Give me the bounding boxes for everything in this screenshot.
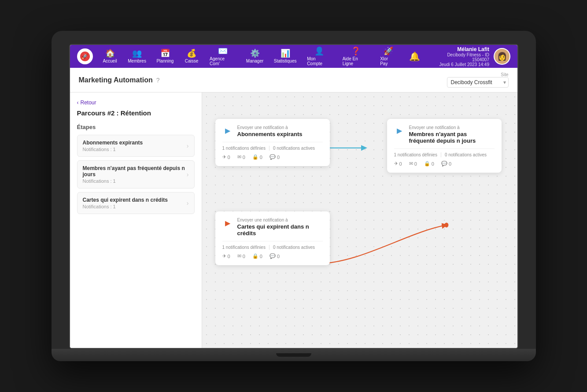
nav-label-moncompte: Mon Compte <box>307 56 332 66</box>
nav-item-xlorpay[interactable]: 🚀 Xlor Pay <box>376 44 401 69</box>
nav-label-statistiques: Statistiques <box>274 59 297 63</box>
card-title-abonnements: Abonnements expirants <box>237 131 303 137</box>
compte-icon: 👤 <box>314 47 324 55</box>
email-count-cartes: ✉ 0 <box>237 253 245 259</box>
step-title-abonnements: Abonnements expirants <box>83 140 143 146</box>
notif-active-abonnements: 0 notifications actives <box>273 146 315 151</box>
nav-item-statistiques[interactable]: 📊 Statistiques <box>270 47 301 66</box>
chat-count-cartes: 💬 0 <box>270 253 280 259</box>
chat-icon-membres: 💬 <box>441 161 447 166</box>
card-stats-row-cartes: 1 notifications définies 0 notifications… <box>222 245 323 250</box>
nav-item-caisse[interactable]: 💰 Caisse <box>180 47 203 66</box>
notif-active-cartes: 0 notifications actives <box>273 245 315 250</box>
lock-icon-membres: 🔒 <box>424 161 430 166</box>
laptop-notch <box>276 353 311 357</box>
workflow-card-membres[interactable]: ▶ Envoyer une notification à Membres n'a… <box>387 119 502 173</box>
step-item-cartes[interactable]: Cartes qui expirent dans n crédits Notif… <box>77 192 195 214</box>
lock-count-membres: 🔒 0 <box>424 161 434 166</box>
lock-icon-abonnements: 🔒 <box>252 154 258 160</box>
step-title-cartes: Cartes qui expirent dans n crédits <box>83 197 168 203</box>
card-icons-cartes: ✈ 0 ✉ 0 🔒 0 💬 0 <box>222 253 323 259</box>
back-label: Retour <box>81 100 96 106</box>
nav-label-membres: Membres <box>128 59 146 63</box>
back-arrow-icon: ‹ <box>77 100 79 106</box>
send-count-abonnements: ✈ 0 <box>222 154 230 160</box>
nav-label-xlorpay: Xlor Pay <box>380 56 396 66</box>
nav-item-accueil[interactable]: 🏠 Accueil <box>98 47 122 66</box>
page-title-area: Marketing Automation ? <box>79 76 160 84</box>
send-count-cartes: ✈ 0 <box>222 253 230 259</box>
send-icon-cartes: ✈ <box>222 253 226 259</box>
email-icon-abonnements: ✉ <box>237 154 241 160</box>
nav-label-agence: Agence Com' <box>210 56 236 66</box>
workflow-canvas: ▶ Envoyer une notification à Abonnements… <box>202 92 517 348</box>
workflow-card-abonnements[interactable]: ▶ Envoyer une notification à Abonnements… <box>215 119 330 166</box>
breadcrumb-title: Parcours #2 : Rétention <box>77 109 195 117</box>
step-title-membres: Membres n'ayant pas fréquenté depuis n j… <box>83 165 187 178</box>
nav-item-membres[interactable]: 👥 Membres <box>124 47 151 66</box>
chat-count-abonnements: 💬 0 <box>270 154 280 160</box>
stat-divider-1 <box>269 146 270 151</box>
top-navbar: 🚀 🏠 Accueil 👥 Membres 📅 Planning 💰 Caiss… <box>70 45 517 68</box>
laptop-screen: 🚀 🏠 Accueil 👥 Membres 📅 Planning 💰 Caiss… <box>69 44 518 349</box>
membres-icon: 👥 <box>132 49 142 57</box>
card-stats-row-membres: 1 notifications définies 0 notifications… <box>394 152 495 157</box>
step-item-abonnements[interactable]: Abonnements expirants Notifications : 1 … <box>77 135 195 157</box>
card-send-icon-abonnements: ▶ <box>222 125 233 136</box>
nav-item-agence[interactable]: ✉️ Agence Com' <box>205 44 240 69</box>
site-dropdown[interactable]: Decibody Crossfit <box>447 77 509 88</box>
page-title: Marketing Automation <box>79 76 153 84</box>
back-link[interactable]: ‹ Retour <box>77 100 195 106</box>
card-header-cartes: ▶ Envoyer une notification à Cartes qui … <box>222 218 323 237</box>
laptop-base <box>52 349 536 361</box>
workflow-card-cartes[interactable]: ▶ Envoyer une notification à Cartes qui … <box>215 211 330 265</box>
nav-item-moncompte[interactable]: 👤 Mon Compte <box>303 44 336 69</box>
sidebar: ‹ Retour Parcours #2 : Rétention Étapes … <box>70 92 202 348</box>
stat-divider-2 <box>441 152 441 157</box>
home-icon: 🏠 <box>105 49 115 57</box>
laptop-frame: 🚀 🏠 Accueil 👥 Membres 📅 Planning 💰 Caiss… <box>52 31 536 361</box>
card-header-membres: ▶ Envoyer une notification à Membres n'a… <box>394 125 495 144</box>
nav-label-manager: Manager <box>246 59 263 63</box>
notif-defined-abonnements: 1 notifications définies <box>222 146 266 151</box>
step-sub-abonnements: Notifications : 1 <box>83 147 143 152</box>
page-header: Marketing Automation ? Site Decibody Cro… <box>70 68 517 92</box>
lock-count-cartes: 🔒 0 <box>252 253 262 259</box>
nav-label-planning: Planning <box>156 59 174 63</box>
send-icon-membres: ✈ <box>394 161 398 166</box>
email-count-membres: ✉ 0 <box>409 161 417 166</box>
send-icon-abonnements: ✈ <box>222 154 226 160</box>
xlorpay-icon: 🚀 <box>384 47 393 55</box>
agence-icon: ✉️ <box>218 47 228 55</box>
logo-icon: 🚀 <box>80 52 90 61</box>
card-title-membres: Membres n'ayant pas fréquenté depuis n j… <box>409 131 495 144</box>
nav-item-manager[interactable]: ⚙️ Manager <box>242 47 268 66</box>
nav-item-aide[interactable]: ❓ Aide En Ligne <box>338 44 374 69</box>
step-sub-membres: Notifications : 1 <box>83 178 187 184</box>
email-icon-membres: ✉ <box>409 161 413 166</box>
card-divider-1a <box>222 142 323 142</box>
card-header-abonnements: ▶ Envoyer une notification à Abonnements… <box>222 125 323 137</box>
step-content-abonnements: Abonnements expirants Notifications : 1 <box>83 140 143 152</box>
user-info: Mélanie Lafit Decibody Fitness - ID 1504… <box>430 46 489 67</box>
email-icon-cartes: ✉ <box>237 253 241 259</box>
step-content-cartes: Cartes qui expirent dans n crédits Notif… <box>83 197 168 209</box>
step-chevron-membres: › <box>187 171 189 178</box>
lock-icon-cartes: 🔒 <box>252 253 258 259</box>
notification-bell[interactable]: 🔔 <box>405 48 425 64</box>
notif-defined-membres: 1 notifications définies <box>394 152 437 157</box>
chat-icon-cartes: 💬 <box>270 253 276 259</box>
site-select-wrapper: Decibody Crossfit <box>447 77 509 88</box>
chat-icon-abonnements: 💬 <box>270 154 276 160</box>
nav-label-aide: Aide En Ligne <box>343 56 370 66</box>
dot-red-end <box>444 222 448 227</box>
nav-item-planning[interactable]: 📅 Planning <box>152 47 178 66</box>
step-item-membres[interactable]: Membres n'ayant pas fréquenté depuis n j… <box>77 160 195 189</box>
step-chevron-abonnements: › <box>187 142 189 149</box>
notif-defined-cartes: 1 notifications définies <box>222 245 266 250</box>
nav-logo[interactable]: 🚀 <box>77 48 93 64</box>
etapes-title: Étapes <box>77 124 195 130</box>
avatar[interactable]: 👩 <box>494 48 510 65</box>
page-title-help-icon[interactable]: ? <box>156 77 160 84</box>
step-content-membres: Membres n'ayant pas fréquenté depuis n j… <box>83 165 187 184</box>
